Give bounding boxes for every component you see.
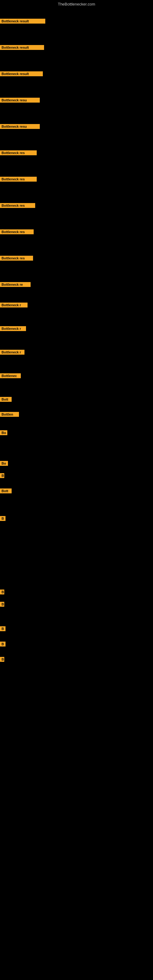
site-title: TheBottlenecker.com [0,0,153,8]
bottleneck-badge-18: Bo [0,430,7,435]
bottleneck-badge-17: Bottlen [0,412,19,417]
bottleneck-badge-15: Bottlenec [0,373,21,378]
bottleneck-badge-12: Bottleneck r [0,302,27,307]
bottleneck-badge-6: Bottleneck res [0,150,37,155]
bottleneck-badge-13: Bottleneck r [0,326,26,331]
bottleneck-badge-19: Bo [0,461,8,466]
bottleneck-badge-20: B [0,473,4,478]
bottleneck-badge-25: B [0,626,5,631]
bottleneck-badge-4: Bottleneck resu [0,98,40,103]
bottleneck-badge-9: Bottleneck res [0,229,33,234]
bottleneck-badge-24: B [0,602,4,607]
bottleneck-badge-22: B [0,516,5,521]
bottleneck-badge-27: B [0,657,4,662]
bottleneck-badge-5: Bottleneck resu [0,124,40,129]
bottleneck-badge-16: Bott [0,397,12,402]
bottleneck-badge-11: Bottleneck re [0,282,30,287]
bottleneck-badge-3: Bottleneck result [0,72,43,76]
badges-container: Bottleneck resultBottleneck resultBottle… [0,8,153,980]
bottleneck-badge-1: Bottleneck result [0,19,45,24]
bottleneck-badge-23: B [0,590,4,595]
bottleneck-badge-21: Bott [0,488,12,493]
bottleneck-badge-2: Bottleneck result [0,45,44,50]
bottleneck-badge-10: Bottleneck res [0,256,33,261]
bottleneck-badge-7: Bottleneck res [0,177,37,181]
bottleneck-badge-26: B [0,641,5,646]
bottleneck-badge-14: Bottleneck r [0,350,24,355]
bottleneck-badge-8: Bottleneck res [0,203,35,208]
